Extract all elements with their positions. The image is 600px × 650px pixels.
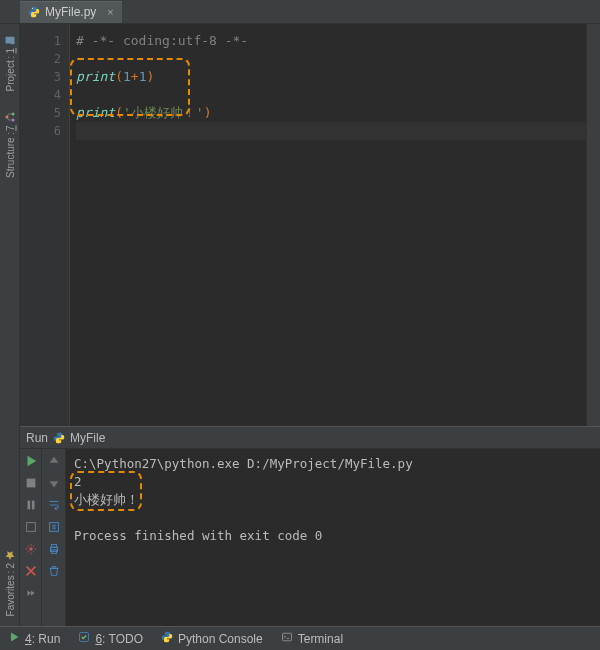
bottom-run-button[interactable]: 4: Run — [8, 631, 60, 646]
svg-point-1 — [35, 15, 36, 16]
python-file-icon — [28, 6, 40, 18]
run-output[interactable]: C:\Python27\python.exe D:/MyProject/MyFi… — [66, 449, 600, 626]
run-toolbar-secondary — [42, 449, 66, 626]
tool-rail-structure[interactable]: Structure:7 — [3, 107, 17, 182]
trash-icon[interactable] — [46, 563, 62, 579]
project-icon — [4, 34, 16, 46]
svg-rect-9 — [31, 501, 34, 510]
left-tool-rail-bottom: Favorites:2 — [0, 420, 20, 626]
soft-wrap-icon[interactable] — [46, 497, 62, 513]
run-header: Run MyFile — [20, 427, 600, 449]
down-icon[interactable] — [46, 475, 62, 491]
svg-point-0 — [32, 8, 33, 9]
svg-point-11 — [29, 547, 33, 551]
python-icon — [161, 631, 173, 646]
python-icon — [53, 432, 65, 444]
close-icon[interactable]: × — [107, 6, 113, 18]
more-icon[interactable] — [23, 585, 39, 601]
svg-point-5 — [11, 113, 14, 116]
output-line — [74, 509, 592, 527]
svg-rect-14 — [51, 545, 56, 548]
tool-rail-project[interactable]: Project:1 — [3, 30, 17, 95]
editor[interactable]: 1 2 3 4 5 6 # -*- coding:utf-8 -*- print… — [20, 24, 600, 426]
structure-icon — [4, 111, 16, 123]
svg-rect-7 — [26, 479, 35, 488]
editor-tab-bar: MyFile.py × — [0, 0, 600, 24]
file-tab-label: MyFile.py — [45, 5, 96, 19]
svg-rect-8 — [27, 501, 30, 510]
output-line: 小楼好帅！ — [74, 491, 592, 509]
settings-icon[interactable] — [23, 541, 39, 557]
bottom-terminal-button[interactable]: Terminal — [281, 631, 343, 646]
pause-button[interactable] — [23, 497, 39, 513]
output-command: C:\Python27\python.exe D:/MyProject/MyFi… — [74, 455, 592, 473]
bottom-python-console-button[interactable]: Python Console — [161, 631, 263, 646]
close-button[interactable] — [23, 563, 39, 579]
output-line: 2 — [74, 473, 592, 491]
editor-gutter: 1 2 3 4 5 6 — [20, 24, 70, 426]
tool-rail-favorites[interactable]: Favorites:2 — [3, 545, 17, 620]
run-config-name: MyFile — [70, 431, 105, 445]
bottom-todo-button[interactable]: 6: TODO — [78, 631, 143, 646]
rerun-button[interactable] — [23, 453, 39, 469]
code-comment: # -*- coding:utf-8 -*- — [76, 33, 248, 48]
terminal-icon — [281, 631, 293, 646]
file-tab[interactable]: MyFile.py × — [20, 1, 122, 23]
run-header-label: Run — [26, 431, 48, 445]
svg-rect-10 — [26, 523, 35, 532]
dump-button[interactable] — [23, 519, 39, 535]
svg-point-4 — [11, 119, 14, 122]
play-icon — [8, 631, 20, 646]
stop-button[interactable] — [23, 475, 39, 491]
svg-rect-17 — [282, 633, 291, 641]
run-tool-window: Run MyFile — [20, 426, 600, 626]
up-icon[interactable] — [46, 453, 62, 469]
code-area[interactable]: # -*- coding:utf-8 -*- print(1+1) print(… — [70, 24, 586, 426]
run-toolbar-left — [20, 449, 42, 626]
bottom-tool-bar: 4: Run 6: TODO Python Console Terminal — [0, 626, 600, 650]
star-icon — [4, 549, 16, 561]
print-icon[interactable] — [46, 541, 62, 557]
editor-scrollbar[interactable] — [586, 24, 600, 426]
scroll-to-end-icon[interactable] — [46, 519, 62, 535]
todo-icon — [78, 631, 90, 646]
output-exit: Process finished with exit code 0 — [74, 527, 592, 545]
